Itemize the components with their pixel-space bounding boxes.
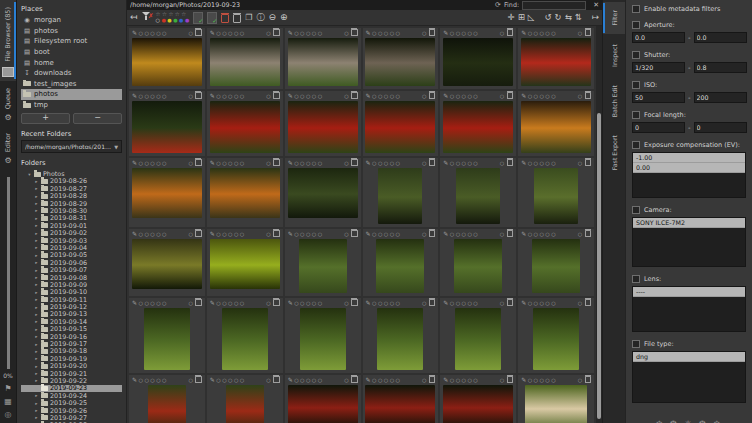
color-label-icon[interactable]: ○: [422, 29, 426, 37]
ev-checkbox[interactable]: [632, 141, 640, 149]
close-icon[interactable]: ✕: [593, 1, 599, 9]
info-icon[interactable]: ⓘ: [256, 11, 264, 24]
rank-dot-icon[interactable]: ○: [467, 299, 471, 307]
rank-dot-icon[interactable]: ○: [162, 230, 166, 238]
rank-dot-icon[interactable]: ○: [228, 299, 232, 307]
color-label-icon[interactable]: ○: [500, 159, 504, 167]
rank-dot-icon[interactable]: ○: [378, 230, 382, 238]
trash-icon[interactable]: [351, 230, 358, 237]
rank-dot-icon[interactable]: ○: [390, 376, 394, 384]
edit-profile-icon[interactable]: ✎: [132, 376, 137, 384]
trash-icon[interactable]: [351, 92, 358, 99]
thumbnail-image[interactable]: [365, 385, 435, 423]
color-label-filter-icon[interactable]: ●: [185, 18, 189, 23]
thumbnail-cell[interactable]: ✎ ○ ○ ○ ○ ○ ○: [518, 28, 594, 89]
aperture-from-input[interactable]: [632, 32, 685, 43]
thumbnail-cell[interactable]: ✎ ○ ○ ○ ○ ○ ○: [518, 375, 594, 423]
color-label-icon[interactable]: ○: [422, 92, 426, 100]
rank-dot-icon[interactable]: ○: [216, 92, 220, 100]
thumbnail-image[interactable]: [521, 38, 591, 86]
thumbnail-cell[interactable]: ✎ ○ ○ ○ ○ ○ ○: [129, 375, 205, 423]
rank-dot-icon[interactable]: ○: [240, 92, 244, 100]
rank-dot-icon[interactable]: ○: [528, 230, 532, 238]
rank-dot-icon[interactable]: ○: [228, 230, 232, 238]
edit-profile-icon[interactable]: ✎: [521, 159, 526, 167]
trash-icon[interactable]: [273, 29, 280, 36]
trash-icon[interactable]: [585, 159, 592, 166]
thumbnail-cell[interactable]: ✎ ○ ○ ○ ○ ○ ○: [363, 158, 439, 227]
thumbnail-image[interactable]: [521, 101, 591, 153]
rotate-right-icon[interactable]: ↻: [555, 11, 562, 24]
rank-dot-icon[interactable]: ○: [539, 29, 543, 37]
thumbnail-image[interactable]: [210, 239, 280, 289]
rank-dot-icon[interactable]: ○: [144, 299, 148, 307]
rank-dot-icon[interactable]: ○: [396, 159, 400, 167]
rank-dot-icon[interactable]: ○: [300, 230, 304, 238]
rank-dot-icon[interactable]: ○: [300, 29, 304, 37]
rank-dot-icon[interactable]: ○: [396, 299, 400, 307]
edit-profile-icon[interactable]: ✎: [210, 159, 215, 167]
color-label-icon[interactable]: ○: [422, 230, 426, 238]
color-label-icon[interactable]: ○: [266, 29, 270, 37]
show-edited-filter-button[interactable]: ✓: [193, 12, 203, 24]
thumbnail-image[interactable]: [132, 239, 202, 289]
rank-dot-icon[interactable]: ○: [534, 299, 538, 307]
rank-dot-icon[interactable]: ○: [240, 299, 244, 307]
place-item[interactable]: ▤ boot: [21, 47, 122, 58]
thumbnail-cell[interactable]: ✎ ○ ○ ○ ○ ○ ○: [207, 158, 283, 227]
thumbnail-cell[interactable]: ✎ ○ ○ ○ ○ ○ ○: [518, 91, 594, 156]
edit-profile-icon[interactable]: ✎: [366, 299, 371, 307]
thumbnail-cell[interactable]: ✎ ○ ○ ○ ○ ○ ○: [440, 158, 516, 227]
color-label-icon[interactable]: ○: [344, 376, 348, 384]
edit-profile-icon[interactable]: ✎: [288, 299, 293, 307]
trash-icon[interactable]: [429, 376, 436, 383]
thumbnail-cell[interactable]: ✎ ○ ○ ○ ○ ○ ○: [285, 91, 361, 156]
lens-checkbox[interactable]: [632, 275, 640, 283]
edit-profile-icon[interactable]: ✎: [366, 159, 371, 167]
thumbnail-cell[interactable]: ✎ ○ ○ ○ ○ ○ ○: [440, 28, 516, 89]
zoom-out-thumbnails-button[interactable]: ⊖: [268, 11, 276, 24]
rank-dot-icon[interactable]: ○: [156, 92, 160, 100]
thumbnail-grid-icon[interactable]: ▦: [4, 398, 12, 406]
thumbnail-image[interactable]: [456, 168, 500, 224]
rank-dot-icon[interactable]: ○: [139, 299, 143, 307]
trash-icon[interactable]: [507, 159, 514, 166]
focal-from-input[interactable]: [632, 122, 685, 133]
rank-dot-icon[interactable]: ○: [228, 92, 232, 100]
thumbnail-image[interactable]: [132, 101, 202, 153]
rank-dot-icon[interactable]: ○: [534, 29, 538, 37]
thumbnail-image[interactable]: [455, 308, 501, 370]
color-label-icon[interactable]: ○: [422, 376, 426, 384]
rank-dot-icon[interactable]: ○: [378, 159, 382, 167]
rank-dot-icon[interactable]: ○: [234, 299, 238, 307]
rank-dot-icon[interactable]: ○: [462, 29, 466, 37]
place-item[interactable]: ↧ downloads: [21, 68, 122, 79]
rank-dot-icon[interactable]: ○: [240, 230, 244, 238]
rank-dot-icon[interactable]: ○: [318, 29, 322, 37]
trash-icon[interactable]: [195, 159, 202, 166]
edit-profile-icon[interactable]: ✎: [210, 29, 215, 37]
rank-dot-icon[interactable]: ○: [216, 376, 220, 384]
rank-dot-icon[interactable]: ○: [306, 159, 310, 167]
rank-dot-icon[interactable]: ○: [216, 299, 220, 307]
trash-icon[interactable]: [585, 230, 592, 237]
lens-list[interactable]: ----: [632, 286, 746, 332]
thumbnail-image[interactable]: [525, 385, 587, 423]
rank-dot-icon[interactable]: ○: [473, 299, 477, 307]
rank-dot-icon[interactable]: ○: [372, 299, 376, 307]
color-label-icon[interactable]: ○: [422, 159, 426, 167]
filetype-checkbox[interactable]: [632, 340, 640, 348]
color-label-icon[interactable]: ○: [344, 92, 348, 100]
color-label-filter-icon[interactable]: ●: [161, 18, 165, 23]
edit-profile-icon[interactable]: ✎: [366, 92, 371, 100]
rank-dot-icon[interactable]: ○: [318, 230, 322, 238]
rank-dot-icon[interactable]: ○: [545, 92, 549, 100]
color-label-icon[interactable]: ○: [188, 29, 192, 37]
rank-dot-icon[interactable]: ○: [162, 299, 166, 307]
rank-dot-icon[interactable]: ○: [216, 230, 220, 238]
place-item[interactable]: ▤ home: [21, 57, 122, 68]
rank-dot-icon[interactable]: ○: [450, 29, 454, 37]
rank-dot-icon[interactable]: ○: [467, 29, 471, 37]
rank-dot-icon[interactable]: ○: [456, 230, 460, 238]
thumbnail-cell[interactable]: ✎ ○ ○ ○ ○ ○ ○: [518, 298, 594, 373]
